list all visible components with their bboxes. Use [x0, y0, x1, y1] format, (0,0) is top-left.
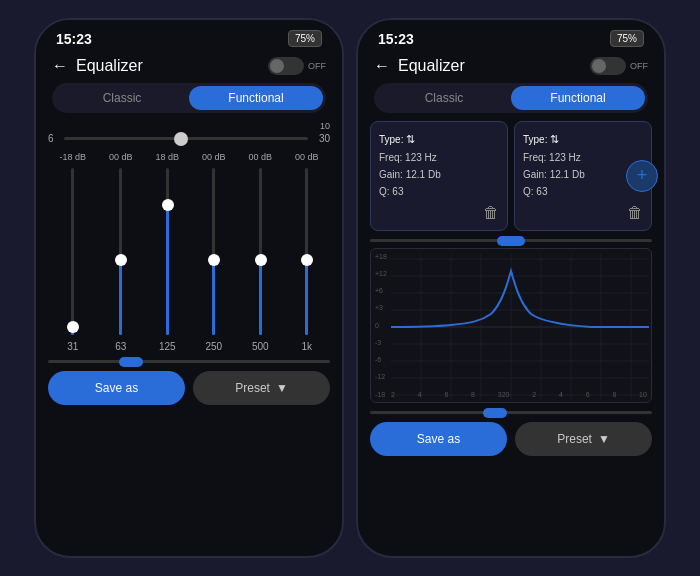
chevron-down-icon-2: ▼ [598, 432, 610, 446]
bottom-slider-row-1 [48, 360, 330, 363]
freq-label-31: 31 [67, 341, 78, 352]
db-label-250: 00 dB [202, 152, 226, 162]
back-button-1[interactable]: ← [52, 57, 68, 75]
freq-row-1: Freq: 123 Hz [379, 149, 499, 166]
delete-button-2[interactable]: 🗑 [627, 204, 643, 222]
slider-thumb-125[interactable] [162, 199, 174, 211]
tab-functional-2[interactable]: Functional [511, 86, 645, 110]
slider-thumb-500[interactable] [255, 254, 267, 266]
freq-label-500: 500 [252, 341, 269, 352]
q-row-1: Q: 63 [379, 183, 499, 200]
toggle-track-2[interactable] [590, 57, 626, 75]
tab-classic-2[interactable]: Classic [377, 86, 511, 110]
tab-functional-1[interactable]: Functional [189, 86, 323, 110]
tab-classic-1[interactable]: Classic [55, 86, 189, 110]
phone-classic: 15:23 75% ← Equalizer OFF Classic Functi… [34, 18, 344, 558]
power-toggle-2[interactable]: OFF [590, 57, 648, 75]
status-time-2: 15:23 [378, 31, 414, 47]
phone-functional: 15:23 75% ← Equalizer OFF Classic Functi… [356, 18, 666, 558]
func-slider-row [370, 239, 652, 242]
delete-button-1[interactable]: 🗑 [483, 204, 499, 222]
db-label-63: 00 dB [109, 152, 133, 162]
slider-thumb-250[interactable] [208, 254, 220, 266]
range-max-label: 30 [314, 133, 330, 144]
eq-channel-31: -18 dB 31 [59, 152, 86, 352]
func-thumb[interactable] [497, 236, 525, 246]
power-toggle-1[interactable]: OFF [268, 57, 326, 75]
freq-row-2: Freq: 123 Hz [523, 149, 643, 166]
battery-2: 75% [610, 30, 644, 47]
app-header-1: ← Equalizer OFF [36, 53, 342, 83]
app-title-2: Equalizer [398, 57, 465, 75]
func-track[interactable] [370, 239, 652, 242]
eq-channel-1k: 00 dB 1k [295, 152, 319, 352]
range-thumb[interactable] [174, 132, 188, 146]
status-time-1: 15:23 [56, 31, 92, 47]
back-button-2[interactable]: ← [374, 57, 390, 75]
slider-track-250[interactable] [212, 168, 215, 335]
db-label-125: 18 dB [155, 152, 179, 162]
slider-track-125[interactable] [166, 168, 169, 335]
slider-track-63[interactable] [119, 168, 122, 335]
toggle-label-2: OFF [630, 61, 648, 71]
button-row-2: Save as Preset ▼ [370, 422, 652, 456]
freq-label-63: 63 [115, 341, 126, 352]
toggle-track-1[interactable] [268, 57, 304, 75]
freq-label-125: 125 [159, 341, 176, 352]
gain-row-2: Gain: 12.1 Db [523, 166, 643, 183]
type-icon-2: ⇅ [550, 130, 559, 149]
toggle-thumb-2 [592, 59, 606, 73]
preset-button-2[interactable]: Preset ▼ [515, 422, 652, 456]
eq-channel-250: 00 dB 250 [202, 152, 226, 352]
range-min-label: 6 [48, 133, 58, 144]
eq-channel-125: 18 dB 125 [155, 152, 179, 352]
slider-fill-250 [212, 260, 215, 335]
slider-fill-63 [119, 260, 122, 335]
db-label-1k: 00 dB [295, 152, 319, 162]
slider-fill-500 [259, 260, 262, 335]
preset-button-1[interactable]: Preset ▼ [193, 371, 330, 405]
graph-y-labels: +18 +12 +6 +3 0 -3 -6 -12 -18 [375, 249, 387, 402]
q-row-2: Q: 63 [523, 183, 643, 200]
slider-track-1k[interactable] [305, 168, 308, 335]
tab-bar-1: Classic Functional [52, 83, 326, 113]
chevron-down-icon-1: ▼ [276, 381, 288, 395]
bottom-track-2[interactable] [370, 411, 652, 414]
graph-x-labels: 2 4 6 8 320 2 4 6 8 10 [391, 391, 647, 398]
app-header-2: ← Equalizer OFF [358, 53, 664, 83]
tab-bar-2: Classic Functional [374, 83, 648, 113]
button-row-1: Save as Preset ▼ [48, 371, 330, 405]
db-label-500: 00 dB [248, 152, 272, 162]
bottom-track-1[interactable] [48, 360, 330, 363]
add-filter-button[interactable]: + [626, 160, 658, 192]
slider-fill-125 [166, 205, 169, 335]
eq-graph[interactable]: +18 +12 +6 +3 0 -3 -6 -12 -18 2 4 6 8 32… [370, 248, 652, 403]
eq-channel-63: 00 dB 63 [109, 152, 133, 352]
slider-track-500[interactable] [259, 168, 262, 335]
slider-fill-1k [305, 260, 308, 335]
type-icon-1: ⇅ [406, 130, 415, 149]
filter-cards: Type: ⇅ Freq: 123 Hz Gain: 12.1 Db Q: 63… [370, 121, 652, 231]
classic-content: 10 6 30 -18 dB 31 [36, 121, 342, 556]
status-bar-2: 15:23 75% [358, 20, 664, 53]
slider-thumb-63[interactable] [115, 254, 127, 266]
bottom-thumb-1[interactable] [119, 357, 143, 367]
slider-track-31[interactable] [71, 168, 74, 335]
app-title-1: Equalizer [76, 57, 143, 75]
save-button-2[interactable]: Save as [370, 422, 507, 456]
freq-label-250: 250 [205, 341, 222, 352]
range-top-label: 10 [320, 121, 330, 131]
db-label-31: -18 dB [59, 152, 86, 162]
bottom-thumb-2[interactable] [483, 408, 507, 418]
toggle-thumb-1 [270, 59, 284, 73]
battery-1: 75% [288, 30, 322, 47]
slider-thumb-1k[interactable] [301, 254, 313, 266]
gain-row-1: Gain: 12.1 Db [379, 166, 499, 183]
eq-channel-500: 00 dB 500 [248, 152, 272, 352]
range-track[interactable] [64, 137, 308, 140]
save-button-1[interactable]: Save as [48, 371, 185, 405]
functional-content: Type: ⇅ Freq: 123 Hz Gain: 12.1 Db Q: 63… [358, 121, 664, 556]
slider-thumb-31[interactable] [67, 321, 79, 333]
filter-card-1[interactable]: Type: ⇅ Freq: 123 Hz Gain: 12.1 Db Q: 63… [370, 121, 508, 231]
freq-label-1k: 1k [301, 341, 312, 352]
